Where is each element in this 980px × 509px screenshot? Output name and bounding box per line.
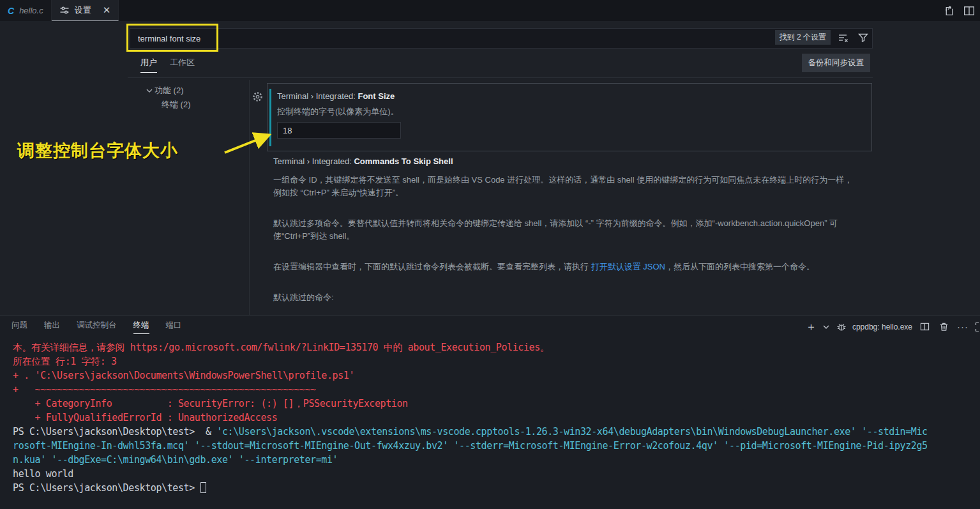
terminal-line: rosoft-MIEngine-In-dwhl53fa.mcq' '--stdo… [13,439,980,453]
terminal-line: PS C:\Users\jackson\Desktop\test> [13,481,980,495]
search-result-area: 找到 2 个设置 [775,30,870,45]
terminal-text-segment: n.kua' '--dbgExe=C:\mingw64\bin\gdb.exe'… [13,454,338,466]
setting-name: Commands To Skip Shell [354,156,453,166]
terminal-line: hello world [13,467,980,481]
setting-description-paragraph: 默认跳过多项命令。要替代默认值并转而将相关命令的键绑定传递给 shell，请添加… [273,217,861,243]
font-size-input[interactable] [277,122,401,139]
settings-header-divider [128,77,873,78]
setting-category: Terminal › Integrated: [277,91,358,101]
setting-title: Terminal › Integrated: Commands To Skip … [267,156,872,166]
filter-icon[interactable] [856,31,870,45]
terminal-text-segment: + CategoryInfo : SecurityError: (:) []，P… [13,398,408,409]
annotation-text: 调整控制台字体大小 [17,139,178,162]
terminal-text-segment: PS C:\Users\jackson\Desktop\test> & [13,426,216,437]
split-terminal-icon[interactable] [917,320,931,334]
terminal-dropdown-chevron-icon[interactable] [822,320,831,334]
terminal-line: 所在位置 行:1 字符: 3 [13,354,980,368]
description-text: 默认跳过的命令: [273,292,334,302]
terminal-text-segment: + FullyQualifiedErrorId : UnauthorizedAc… [13,412,277,423]
scope-tab-workspace[interactable]: 工作区 [170,57,195,68]
panel-actions: ＋ cppdbg: hello.exe [806,319,980,334]
description-text: 一组命令 ID，其键绑定将不发送至 shell，而是始终由 VS Code 进行… [273,175,852,197]
result-count-badge: 找到 2 个设置 [775,30,831,45]
toc-item-features[interactable]: 功能 (2) [128,84,248,98]
terminal-text-segment: + . 'C:\Users\jackson\Documents\WindowsP… [13,370,354,381]
backup-sync-settings-button[interactable]: 备份和同步设置 [802,54,871,72]
debug-bug-icon [836,320,847,334]
panel-header: 问题输出调试控制台终端端口 ＋ cppdbg: hello.exe [0,315,980,338]
new-terminal-icon[interactable]: ＋ [806,319,817,334]
modified-indicator [269,89,271,146]
panel-tab-输出[interactable]: 输出 [44,320,60,334]
close-tab-icon[interactable]: ✕ [103,4,111,16]
kill-terminal-trash-icon[interactable] [937,320,951,334]
open-settings-json-icon[interactable] [942,4,956,18]
setting-title: Terminal › Integrated: Font Size [277,91,395,101]
toc-label: 功能 (2) [155,85,184,96]
terminal-line: 本。有关详细信息，请参阅 https:/go.microsoft.com/fwl… [13,340,980,354]
panel-tab-问题[interactable]: 问题 [11,320,27,334]
setting-row-commands-to-skip-shell: Terminal › Integrated: Commands To Skip … [267,156,872,322]
description-text: 在设置编辑器中查看时，下面的默认跳过命令列表会被截断。要查看完整列表，请执行 [273,262,591,271]
vscode-window: C hello.c 设置 ✕ [0,0,980,509]
terminal-text-segment: 'c:\Users\jackson\.vscode\extensions\ms-… [216,426,927,437]
terminal-line: + FullyQualifiedErrorId : UnauthorizedAc… [13,411,980,425]
scope-tab-user[interactable]: 用户 [140,57,157,73]
terminal-text-segment: rosoft-MIEngine-In-dwhl53fa.mcq' '--stdo… [13,440,928,452]
tab-hello-c[interactable]: C hello.c [0,0,52,21]
terminal-line: + ~~~~~~~~~~~~~~~~~~~~~~~~~~~~~~~~~~~~~~… [13,383,980,397]
terminal-output[interactable]: 本。有关详细信息，请参阅 https:/go.microsoft.com/fwl… [0,338,980,509]
panel-tabs: 问题输出调试控制台终端端口 [0,320,182,334]
setting-description-paragraph: 在设置编辑器中查看时，下面的默认跳过命令列表会被截断。要查看完整列表，请执行 打… [273,261,861,273]
toc-sash[interactable] [249,80,250,315]
terminal-text-segment: 所在位置 行:1 字符: 3 [13,356,117,367]
terminal-line: PS C:\Users\jackson\Desktop\test> & 'c:\… [13,425,980,439]
editor-tab-bar: C hello.c 设置 ✕ [0,0,980,21]
setting-name: Font Size [358,91,395,101]
c-file-icon: C [8,6,14,16]
settings-toc: 功能 (2) 终端 (2) [128,84,248,112]
terminal-cursor [200,482,206,493]
settings-scope-tabs: 用户 工作区 备份和同步设置 [0,53,980,77]
split-editor-icon[interactable] [962,4,976,18]
toc-item-terminal[interactable]: 终端 (2) [128,98,248,112]
description-text: ，然后从下面的列表中搜索第一个命令。 [665,262,815,271]
terminal-line: n.kua' '--dbgExe=C:\mingw64\bin\gdb.exe'… [13,453,980,467]
settings-editor: 找到 2 个设置 用户 工作区 备份和同步设置 [0,21,980,315]
settings-sliders-icon [59,5,70,15]
setting-gear-icon[interactable] [250,89,264,103]
panel-tab-终端[interactable]: 终端 [133,320,149,334]
settings-search-input[interactable] [130,28,873,49]
tab-label: 设置 [75,4,91,16]
terminal-line: + CategoryInfo : SecurityError: (:) []，P… [13,397,980,411]
terminal-text-segment: + ~~~~~~~~~~~~~~~~~~~~~~~~~~~~~~~~~~~~~~… [13,384,316,395]
more-actions-icon[interactable]: ··· [956,321,970,332]
open-default-settings-json-link[interactable]: 打开默认设置 JSON [591,262,665,271]
panel-tab-端口[interactable]: 端口 [166,320,182,334]
bottom-panel: 问题输出调试控制台终端端口 ＋ cppdbg: hello.exe [0,315,980,509]
clear-search-filter-icon[interactable] [836,31,850,45]
description-text: 默认跳过多项命令。要替代默认值并转而将相关命令的键绑定传递给 shell，请添加… [273,218,838,241]
setting-category: Terminal › Integrated: [273,156,354,166]
panel-tab-调试控制台[interactable]: 调试控制台 [77,320,117,334]
terminal-text-segment: PS C:\Users\jackson\Desktop\test> [13,482,200,494]
tab-settings[interactable]: 设置 ✕ [52,0,119,21]
setting-description-paragraph: 一组命令 ID，其键绑定将不发送至 shell，而是始终由 VS Code 进行… [273,174,861,199]
tab-label: hello.c [19,6,43,15]
setting-description-paragraph: 默认跳过的命令: [273,291,861,304]
terminal-line: + . 'C:\Users\jackson\Documents\WindowsP… [13,368,980,383]
setting-description: 控制终端的字号(以像素为单位)。 [277,106,399,118]
editor-actions [942,0,980,21]
chevron-down-icon [144,86,155,96]
maximize-panel-icon[interactable] [975,320,980,334]
setting-description: 一组命令 ID，其键绑定将不发送至 shell，而是始终由 VS Code 进行… [267,174,861,304]
terminal-text-segment: hello world [13,468,73,480]
terminal-text-segment: 本。有关详细信息，请参阅 https:/go.microsoft.com/fwl… [13,342,549,353]
setting-row-font-size: Terminal › Integrated: Font Size 控制终端的字号… [267,83,872,151]
debug-session-label[interactable]: cppdbg: hello.exe [852,323,912,331]
